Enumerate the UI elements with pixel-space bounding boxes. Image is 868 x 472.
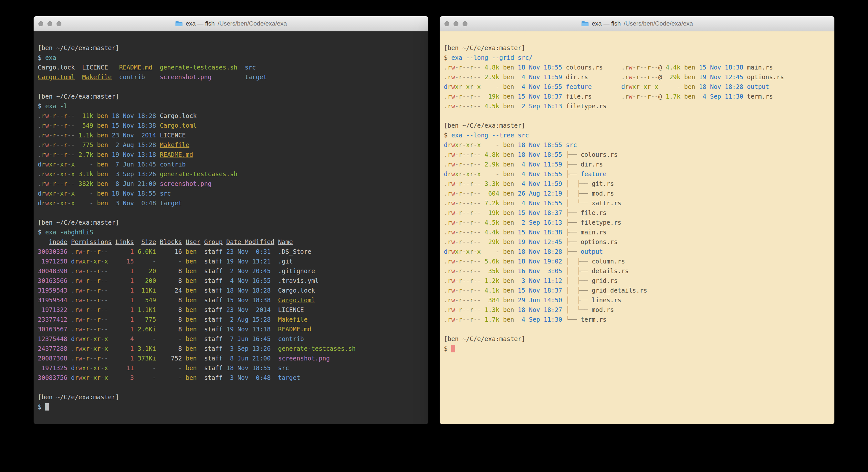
window-title-app: exa — fish (186, 20, 215, 27)
terminal-line (38, 382, 428, 392)
folder-icon (581, 20, 589, 27)
terminal-line: drwxr-xr-x - ben 4 Nov 16:55 feature drw… (444, 82, 834, 91)
terminal-line: 1971325 drwxr-xr-x 11 - - ben staff 18 N… (38, 363, 428, 373)
terminal-line: .rw-r--r-- 382k ben 8 Jun 21:00 screensh… (38, 179, 428, 188)
window-title-app: exa — fish (592, 20, 621, 27)
window-title-path: /Users/ben/Code/exa/exa (218, 20, 287, 27)
terminal-line: .rw-r--r-- 775 ben 2 Aug 15:28 Makefile (38, 140, 428, 150)
close-button[interactable] (38, 21, 43, 26)
terminal-line: [ben ~/C/e/exa:master] (38, 91, 428, 101)
terminal-line: .rw-r--r-- 1.2k ben 3 Nov 11:12 │ ├── gr… (444, 276, 834, 286)
terminal-line: .rw-r--r-- 4.1k ben 15 Nov 18:37 │ ├── g… (444, 286, 834, 295)
terminal-line: .rw-r--r-- 19k ben 15 Nov 18:37 ├── file… (444, 208, 834, 217)
terminal-line (38, 208, 428, 217)
terminal-line: .rw-r--r-- 1.1k ben 23 Nov 2014 LICENCE (38, 130, 428, 140)
terminal-line: [ben ~/C/e/exa:master] (38, 43, 428, 53)
terminal-line: 31959544 .rw-r--r-- 1 549 8 ben staff 15… (38, 295, 428, 305)
terminal-line: .rw-r--r-- 35k ben 16 Nov 3:05 │ ├── det… (444, 266, 834, 276)
terminal-line: $ █ (444, 344, 834, 353)
terminal-line: .rw-r--r-- 2.7k ben 19 Nov 13:18 README.… (38, 150, 428, 159)
terminal-line: .rw-r--r-- 2.9k ben 4 Nov 11:59 dir.rs .… (444, 72, 834, 82)
terminal-line: .rw-r--r-- 1.7k ben 4 Sep 11:30 └── term… (444, 315, 834, 324)
zoom-button[interactable] (463, 21, 467, 26)
terminal-line (444, 324, 834, 334)
terminal-line: .rw-r--r-- 11k ben 18 Nov 18:28 Cargo.lo… (38, 111, 428, 121)
terminal-line: .rw-r--r-- 29k ben 19 Nov 12:45 ├── opti… (444, 237, 834, 247)
terminal-line: 12375448 drwxr-xr-x 4 - - ben staff 7 Ju… (38, 334, 428, 344)
terminal-line: 1971258 drwxr-xr-x 15 - - ben staff 19 N… (38, 256, 428, 266)
minimize-button[interactable] (454, 21, 458, 26)
terminal-line: [ben ~/C/e/exa:master] (38, 217, 428, 227)
terminal-line: .rw-r--r-- 384 ben 29 Jun 14:50 │ ├── li… (444, 295, 834, 305)
terminal-screen-right[interactable]: [ben ~/C/e/exa:master]$ exa --long --gri… (440, 31, 834, 424)
window-title: exa — fish /Users/ben/Code/exa/exa (581, 20, 693, 27)
terminal-line: drwxr-xr-x - ben 18 Nov 18:28 ├── output (444, 247, 834, 256)
terminal-line: 30083756 drwxr-xr-x 3 - - ben staff 3 No… (38, 373, 428, 382)
terminal-line: $ exa --long --grid src/ (444, 53, 834, 62)
terminal-line: $ exa (38, 53, 428, 62)
terminal-line: .rw-r--r-- 19k ben 15 Nov 18:37 file.rs … (444, 91, 834, 101)
window-title-path: /Users/ben/Code/exa/exa (624, 20, 693, 27)
terminal-line: 30030336 .rw-r--r-- 1 6.0Ki 16 ben staff… (38, 247, 428, 256)
terminal-line: .rw-r--r-- 1.3k ben 18 Nov 18:27 │ └── m… (444, 305, 834, 315)
folder-icon (175, 20, 183, 27)
terminal-line: .rw-r--r-- 604 ben 26 Aug 12:19 │ ├── mo… (444, 188, 834, 198)
terminal-cursor: █ (451, 345, 455, 352)
terminal-line: 30163566 .rw-r--r-- 1 200 8 ben staff 4 … (38, 276, 428, 286)
terminal-line: 30048390 .rw-r--r-- 1 20 8 ben staff 2 N… (38, 266, 428, 276)
terminal-line: .rw-r--r-- 3.3k ben 4 Nov 11:59 │ ├── gi… (444, 179, 834, 188)
terminal-screen-left[interactable]: [ben ~/C/e/exa:master]$ exaCargo.lock LI… (34, 31, 428, 424)
terminal-line: drwxr-xr-x - ben 3 Nov 0:48 target (38, 198, 428, 208)
terminal-line: .rw-r--r-- 4.8k ben 18 Nov 18:55 ├── col… (444, 150, 834, 159)
close-button[interactable] (444, 21, 450, 26)
terminal-line: .rw-r--r-- 549 ben 15 Nov 18:38 Cargo.to… (38, 121, 428, 130)
terminal-line: $ exa --long --tree src (444, 130, 834, 140)
minimize-button[interactable] (48, 21, 52, 26)
terminal-line: $ █ (38, 402, 428, 412)
titlebar[interactable]: exa — fish /Users/ben/Code/exa/exa (34, 16, 428, 31)
terminal-line: .rwxr-xr-x 3.1k ben 3 Sep 13:26 generate… (38, 169, 428, 179)
titlebar[interactable]: exa — fish /Users/ben/Code/exa/exa (440, 16, 834, 31)
terminal-line: inode Permissions Links Size Blocks User… (38, 237, 428, 247)
terminal-line: drwxr-xr-x - ben 4 Nov 16:55 ├── feature (444, 169, 834, 179)
terminal-line: 1971322 .rw-r--r-- 1 1.1Ki 8 ben staff 2… (38, 305, 428, 315)
terminal-line: [ben ~/C/e/exa:master] (444, 334, 834, 344)
terminal-line: .rw-r--r-- 4.5k ben 2 Sep 16:13 ├── file… (444, 217, 834, 227)
terminal-line: drwxr-xr-x - ben 18 Nov 18:55 src (38, 188, 428, 198)
terminal-line: .rw-r--r-- 7.2k ben 4 Nov 16:55 │ └── xa… (444, 198, 834, 208)
traffic-lights (444, 16, 467, 31)
terminal-line: $ exa -abghHliS (38, 227, 428, 237)
terminal-line: 23377412 .rw-r--r-- 1 775 8 ben staff 2 … (38, 315, 428, 324)
terminal-line: 31959543 .rw-r--r-- 1 11Ki 24 ben staff … (38, 286, 428, 295)
terminal-line: drwxr-xr-x - ben 7 Jun 16:45 contrib (38, 159, 428, 169)
terminal-window-right: exa — fish /Users/ben/Code/exa/exa [ben … (440, 16, 834, 424)
terminal-line: .rw-r--r-- 4.5k ben 2 Sep 16:13 filetype… (444, 101, 834, 111)
terminal-line (38, 82, 428, 91)
terminal-line: .rw-r--r-- 4.4k ben 15 Nov 18:38 ├── mai… (444, 227, 834, 237)
terminal-line: 30163567 .rw-r--r-- 1 2.6Ki 8 ben staff … (38, 324, 428, 334)
traffic-lights (38, 16, 61, 31)
desktop: { "windows": { "left": { "title_app": "e… (0, 0, 868, 472)
terminal-window-left: exa — fish /Users/ben/Code/exa/exa [ben … (34, 16, 428, 424)
terminal-line: $ exa -l (38, 101, 428, 111)
terminal-line: drwxr-xr-x - ben 18 Nov 18:55 src (444, 140, 834, 150)
zoom-button[interactable] (57, 21, 61, 26)
terminal-cursor: █ (45, 403, 49, 410)
terminal-line: 24377288 .rwxr-xr-x 1 3.1Ki 8 ben staff … (38, 344, 428, 353)
terminal-line: [ben ~/C/e/exa:master] (38, 392, 428, 402)
terminal-line (444, 111, 834, 121)
terminal-line: [ben ~/C/e/exa:master] (444, 43, 834, 53)
terminal-line: .rw-r--r-- 5.6k ben 18 Nov 19:02 │ ├── c… (444, 256, 834, 266)
window-title: exa — fish /Users/ben/Code/exa/exa (175, 20, 287, 27)
terminal-line: Cargo.toml Makefile contrib screenshot.p… (38, 72, 428, 82)
terminal-line: [ben ~/C/e/exa:master] (444, 121, 834, 130)
terminal-line: .rw-r--r-- 2.9k ben 4 Nov 11:59 ├── dir.… (444, 159, 834, 169)
terminal-line: .rw-r--r-- 4.8k ben 18 Nov 18:55 colours… (444, 62, 834, 72)
terminal-line: Cargo.lock LICENCE README.md generate-te… (38, 62, 428, 72)
terminal-line: 20087308 .rw-r--r-- 1 373Ki 752 ben staf… (38, 353, 428, 363)
